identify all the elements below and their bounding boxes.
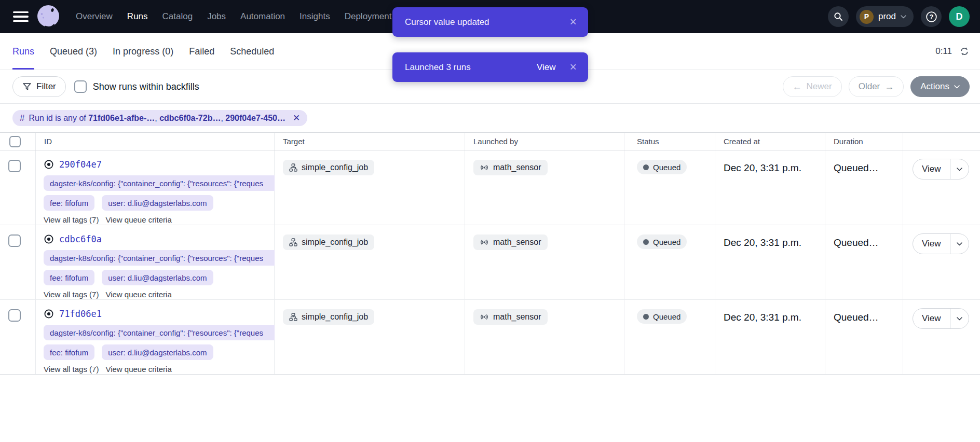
cell-status: Queued bbox=[624, 150, 715, 225]
actions-button[interactable]: Actions bbox=[910, 76, 970, 97]
launched-by-pill[interactable]: math_sensor bbox=[473, 234, 548, 250]
view-menu-caret[interactable] bbox=[950, 309, 969, 328]
launched-by-pill[interactable]: math_sensor bbox=[473, 309, 548, 325]
nav-item-jobs[interactable]: Jobs bbox=[207, 11, 226, 22]
run-id-filter-chip[interactable]: # Run id is any of 71fd06e1-afbe-…, cdbc… bbox=[12, 110, 307, 126]
status-dot-icon bbox=[643, 164, 649, 170]
k8s-config-tag[interactable]: dagster-k8s/config: {"container_config":… bbox=[44, 175, 275, 191]
view-queue-criteria-link[interactable]: View queue criteria bbox=[105, 365, 171, 374]
view-queue-criteria-link[interactable]: View queue criteria bbox=[105, 215, 171, 224]
target-job-pill[interactable]: simple_config_job bbox=[283, 234, 374, 250]
hamburger-menu-icon[interactable] bbox=[13, 11, 29, 22]
column-header-launched-by: Launched by bbox=[465, 133, 624, 150]
view-all-tags-link[interactable]: View all tags (7) bbox=[44, 365, 99, 374]
tag-pill[interactable]: user: d.liu@dagsterlabs.com bbox=[102, 195, 213, 211]
chevron-down-icon bbox=[957, 242, 962, 246]
view-all-tags-link[interactable]: View all tags (7) bbox=[44, 215, 99, 224]
toast-view-link[interactable]: View bbox=[537, 62, 556, 73]
run-status-icon bbox=[44, 159, 54, 170]
cell-target: simple_config_job bbox=[275, 150, 465, 225]
run-id-link[interactable]: cdbc6f0a bbox=[59, 234, 102, 244]
cell-actions: View bbox=[903, 300, 980, 374]
close-icon[interactable]: ✕ bbox=[293, 113, 300, 123]
view-run-button[interactable]: View bbox=[913, 309, 950, 328]
older-button[interactable]: Older → bbox=[849, 76, 904, 97]
close-icon[interactable]: × bbox=[570, 61, 577, 73]
launched-by-pill[interactable]: math_sensor bbox=[473, 160, 548, 175]
dagster-runs-page: Overview Runs Catalog Jobs Automation In… bbox=[0, 0, 980, 442]
deployment-badge: P bbox=[860, 10, 874, 24]
nav-item-overview[interactable]: Overview bbox=[76, 11, 113, 22]
refresh-icon[interactable] bbox=[959, 46, 970, 57]
view-run-button[interactable]: View bbox=[913, 234, 950, 254]
user-avatar[interactable]: D bbox=[949, 6, 970, 27]
view-menu-caret[interactable] bbox=[950, 159, 969, 179]
nav-item-automation[interactable]: Automation bbox=[240, 11, 285, 22]
cell-launched-by: math_sensor bbox=[465, 150, 624, 225]
cell-id: cdbc6f0a dagster-k8s/config: {"container… bbox=[36, 225, 275, 299]
help-button[interactable]: ? bbox=[921, 6, 942, 27]
tab-scheduled[interactable]: Scheduled bbox=[230, 33, 274, 70]
nav-right-group: P prod ? D bbox=[828, 6, 970, 27]
cell-created-at: Dec 20, 3:31 p.m. bbox=[715, 300, 825, 374]
backfills-checkbox[interactable] bbox=[74, 80, 87, 93]
close-icon[interactable]: × bbox=[570, 16, 577, 28]
view-split-button: View bbox=[913, 308, 969, 329]
column-header-duration: Duration bbox=[825, 133, 903, 150]
cell-launched-by: math_sensor bbox=[465, 300, 624, 374]
newer-button[interactable]: ← Newer bbox=[783, 76, 842, 97]
tag-pill[interactable]: user: d.liu@dagsterlabs.com bbox=[102, 344, 213, 360]
nav-item-runs[interactable]: Runs bbox=[127, 11, 148, 22]
chevron-down-icon bbox=[901, 15, 906, 19]
target-job-pill[interactable]: simple_config_job bbox=[283, 160, 374, 175]
run-id-link[interactable]: 71fd06e1 bbox=[59, 309, 102, 319]
active-filters-row: # Run id is any of 71fd06e1-afbe-…, cdbc… bbox=[0, 104, 980, 132]
tab-failed[interactable]: Failed bbox=[189, 33, 214, 70]
job-icon bbox=[289, 313, 297, 321]
sensor-icon bbox=[480, 313, 489, 321]
tab-runs[interactable]: Runs bbox=[12, 33, 34, 70]
tag-pill[interactable]: fee: fifofum bbox=[44, 195, 94, 211]
k8s-config-tag[interactable]: dagster-k8s/config: {"container_config":… bbox=[44, 325, 275, 340]
tab-in-progress[interactable]: In progress (0) bbox=[113, 33, 173, 70]
tag-pill[interactable]: user: d.liu@dagsterlabs.com bbox=[102, 270, 213, 285]
dagster-logo-icon bbox=[35, 4, 61, 30]
row-checkbox[interactable] bbox=[8, 160, 21, 172]
tab-queued[interactable]: Queued (3) bbox=[50, 33, 97, 70]
filter-button[interactable]: Filter bbox=[12, 76, 66, 97]
nav-item-deployment[interactable]: Deployment bbox=[345, 11, 392, 22]
nav-item-insights[interactable]: Insights bbox=[300, 11, 330, 22]
status-badge: Queued bbox=[637, 234, 687, 249]
tag-pill[interactable]: fee: fifofum bbox=[44, 344, 94, 360]
filter-chip-text: Run id is any of 71fd06e1-afbe-…, cdbc6f… bbox=[29, 114, 285, 123]
backfills-toggle: Show runs within backfills bbox=[74, 80, 199, 93]
cell-target: simple_config_job bbox=[275, 225, 465, 299]
search-icon bbox=[833, 11, 843, 22]
job-icon bbox=[289, 163, 297, 172]
select-all-checkbox[interactable] bbox=[9, 136, 21, 147]
target-job-pill[interactable]: simple_config_job bbox=[283, 309, 374, 325]
view-queue-criteria-link[interactable]: View queue criteria bbox=[105, 290, 171, 299]
help-icon: ? bbox=[925, 10, 938, 23]
view-all-tags-link[interactable]: View all tags (7) bbox=[44, 290, 99, 299]
k8s-config-tag[interactable]: dagster-k8s/config: {"container_config":… bbox=[44, 250, 275, 266]
pagination-actions-group: ← Newer Older → Actions bbox=[783, 76, 970, 97]
row-checkbox[interactable] bbox=[8, 234, 21, 247]
view-run-button[interactable]: View bbox=[913, 159, 950, 179]
toast-launched-runs: Launched 3 runs View × bbox=[392, 52, 588, 82]
deployment-switcher[interactable]: P prod bbox=[856, 6, 914, 27]
cell-actions: View bbox=[903, 225, 980, 299]
view-menu-caret[interactable] bbox=[950, 234, 969, 254]
column-header-target: Target bbox=[275, 133, 465, 150]
funnel-icon bbox=[22, 82, 32, 91]
refresh-group: 0:11 bbox=[935, 33, 970, 70]
row-checkbox[interactable] bbox=[8, 309, 21, 322]
search-button[interactable] bbox=[828, 6, 849, 27]
nav-item-catalog[interactable]: Catalog bbox=[162, 11, 193, 22]
cell-id: 71fd06e1 dagster-k8s/config: {"container… bbox=[36, 300, 275, 374]
tag-pill[interactable]: fee: fifofum bbox=[44, 270, 94, 285]
chevron-down-icon bbox=[957, 168, 962, 171]
run-id-link[interactable]: 290f04e7 bbox=[59, 159, 102, 170]
view-split-button: View bbox=[913, 233, 969, 254]
svg-text:?: ? bbox=[929, 12, 933, 20]
